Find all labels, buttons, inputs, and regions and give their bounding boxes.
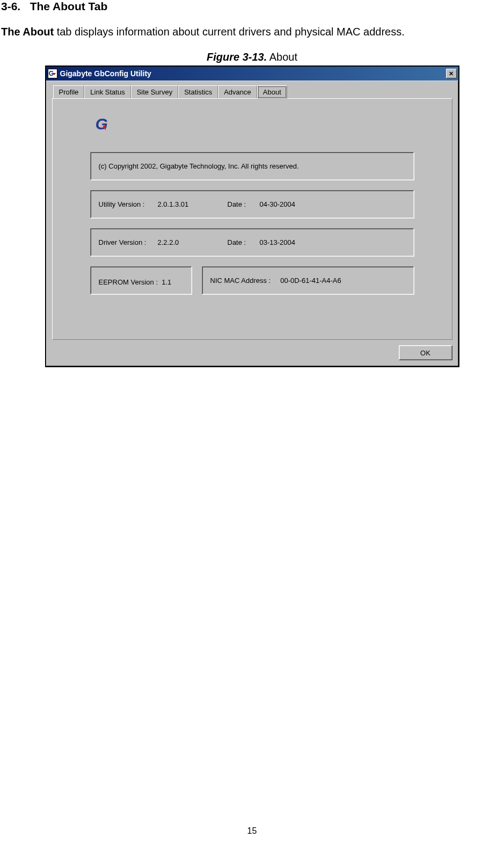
screenshot: G Gigabyte GbConfig Utility ✕ Profile Li… xyxy=(45,65,459,367)
eeprom-label: EEPROM Version : xyxy=(99,277,158,288)
logo-triangle xyxy=(103,126,106,130)
section-intro: The About tab displays information about… xyxy=(1,26,503,38)
about-panel: G (c) Copyright 2002, Gigabyte Technolog… xyxy=(52,98,452,340)
copyright-box: (c) Copyright 2002, Gigabyte Technology,… xyxy=(90,152,414,180)
tab-profile[interactable]: Profile xyxy=(53,85,85,98)
utility-version-box: Utility Version : 2.0.1.3.01 Date : 04-3… xyxy=(90,190,414,219)
close-icon: ✕ xyxy=(449,70,454,77)
mac-label: NIC MAC Address : xyxy=(210,276,271,285)
tab-statistics[interactable]: Statistics xyxy=(178,85,218,98)
driver-date-value: 03-13-2004 xyxy=(260,238,296,246)
driver-version-label: Driver Version : xyxy=(99,238,158,246)
close-button[interactable]: ✕ xyxy=(446,69,457,78)
app-icon-glyph: G xyxy=(49,70,56,77)
logo-g-glyph: G xyxy=(96,115,108,133)
section-heading: 3-6. The About Tab xyxy=(1,0,503,13)
utility-version-label: Utility Version : xyxy=(99,200,158,208)
button-bar: OK xyxy=(52,340,452,360)
driver-version-value: 2.2.2.0 xyxy=(158,238,228,246)
tab-advance[interactable]: Advance xyxy=(218,85,257,98)
bottom-row: EEPROM Version : 1.1 NIC MAC Address : 0… xyxy=(90,266,414,304)
intro-bold: The About xyxy=(1,26,54,38)
page-number: 15 xyxy=(0,826,504,836)
section-title: The About Tab xyxy=(30,0,108,12)
mac-value: 00-0D-61-41-A4-A6 xyxy=(280,276,341,285)
driver-date-label: Date : xyxy=(228,238,260,246)
intro-text: tab displays information about current d… xyxy=(54,26,405,38)
figure-title: About xyxy=(267,51,297,63)
tab-site-survey[interactable]: Site Survey xyxy=(131,85,178,98)
eeprom-value: 1.1 xyxy=(162,277,171,288)
utility-date-value: 04-30-2004 xyxy=(260,200,296,208)
mac-box: NIC MAC Address : 00-0D-61-41-A4-A6 xyxy=(202,266,414,295)
app-window: G Gigabyte GbConfig Utility ✕ Profile Li… xyxy=(46,67,458,366)
tab-about[interactable]: About xyxy=(257,85,287,99)
driver-version-box: Driver Version : 2.2.2.0 Date : 03-13-20… xyxy=(90,228,414,257)
app-icon: G xyxy=(48,69,57,78)
window-body: Profile Link Status Site Survey Statisti… xyxy=(46,81,458,366)
section-number: 3-6. xyxy=(1,0,20,12)
title-bar: G Gigabyte GbConfig Utility ✕ xyxy=(46,67,458,81)
window-title: Gigabyte GbConfig Utility xyxy=(60,69,446,78)
figure-caption: Figure 3-13. About xyxy=(1,51,503,63)
tab-bar: Profile Link Status Site Survey Statisti… xyxy=(53,85,452,98)
figure-label: Figure 3-13. xyxy=(207,51,267,63)
ok-button[interactable]: OK xyxy=(399,345,452,360)
gigabyte-logo: G xyxy=(96,115,414,133)
utility-version-value: 2.0.1.3.01 xyxy=(158,200,228,208)
eeprom-box: EEPROM Version : 1.1 xyxy=(90,266,192,295)
utility-date-label: Date : xyxy=(228,200,260,208)
copyright-text: (c) Copyright 2002, Gigabyte Technology,… xyxy=(99,162,299,170)
tab-link-status[interactable]: Link Status xyxy=(84,85,130,98)
